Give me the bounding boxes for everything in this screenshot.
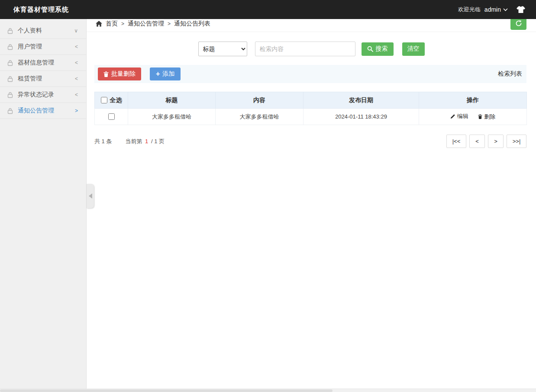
notice-table-wrap: 全选 标题 内容 发布日期 操作 大家多多租借哈 大家多多租借哈 (94, 92, 526, 125)
lock-icon (7, 44, 13, 50)
sidebar-item-label: 异常状态记录 (18, 91, 54, 99)
refresh-icon (515, 20, 522, 27)
col-actions: 操作 (419, 92, 527, 109)
row-actions: 编辑 删除 (419, 109, 527, 125)
chevron-left-icon: < (75, 44, 78, 50)
main-area: 我的桌面 修改个人资料 × 修改密码 × 用户管理 × 器材信息管理 × 租赁管… (87, 0, 536, 148)
app-title: 体育器材管理系统 (13, 6, 69, 14)
col-content: 内容 (216, 92, 304, 109)
sidebar-item-abnormal[interactable]: 异常状态记录 < (0, 87, 86, 103)
user-dropdown[interactable]: admin (484, 6, 508, 13)
batch-delete-label: 批量删除 (111, 70, 136, 78)
chevron-down-icon: ∨ (74, 28, 78, 34)
lock-icon (7, 108, 13, 114)
lock-icon (7, 92, 13, 98)
home-icon (96, 21, 102, 27)
plus-icon: + (156, 71, 160, 77)
chevron-left-icon: < (75, 60, 78, 66)
current-page-text: 当前第 1 / 1 页 (125, 138, 165, 145)
row-checkbox[interactable] (108, 113, 115, 120)
breadcrumb-home[interactable]: 首页 (106, 20, 118, 28)
search-button-label: 搜索 (376, 45, 388, 53)
sidebar-item-profile[interactable]: 个人资料 ∨ (0, 23, 86, 39)
chevron-left-icon: < (75, 92, 78, 98)
sidebar-item-label: 用户管理 (18, 43, 42, 51)
trash-icon (103, 71, 109, 77)
topbar-right: 欢迎光临 admin (458, 6, 526, 13)
batch-delete-button[interactable]: 批量删除 (98, 67, 141, 80)
sidebar-item-label: 通知公告管理 (18, 107, 54, 115)
topbar: 体育器材管理系统 欢迎光临 admin (0, 0, 536, 19)
row-select-cell (95, 109, 128, 125)
breadcrumb-separator: > (168, 21, 171, 27)
select-all-header: 全选 (95, 92, 128, 109)
breadcrumb-separator: > (121, 21, 124, 27)
chevron-right-icon: > (75, 108, 78, 114)
col-title: 标题 (128, 92, 216, 109)
first-page-button[interactable]: |<< (446, 135, 466, 148)
search-icon (367, 46, 373, 52)
row-date: 2024-01-11 18:43:29 (304, 109, 419, 125)
pencil-icon (450, 114, 455, 119)
lock-icon (7, 28, 13, 34)
table-row: 大家多多租借哈 大家多多租借哈 2024-01-11 18:43:29 编辑 (95, 109, 527, 125)
username: admin (484, 6, 501, 13)
select-all-checkbox[interactable] (101, 97, 107, 103)
row-content: 大家多多租借哈 (216, 109, 304, 125)
app-window: 体育器材管理系统 欢迎光临 admin 个人资料 ∨ 用户管理 (0, 0, 536, 392)
pager-buttons: |<< < > >>| (443, 135, 526, 148)
add-button[interactable]: + 添加 (150, 67, 181, 80)
add-button-label: 添加 (162, 70, 174, 78)
lock-icon (7, 76, 13, 82)
search-bar: 标题 搜索 清空 (87, 42, 536, 56)
current-page-number: 1 (145, 138, 148, 145)
lock-icon (7, 60, 13, 66)
chevron-down-icon (503, 8, 508, 11)
last-page-button[interactable]: >>| (507, 135, 526, 148)
delete-link[interactable]: 删除 (478, 113, 495, 121)
sidebar-item-equipment[interactable]: 器材信息管理 < (0, 55, 86, 71)
delete-label: 删除 (484, 113, 495, 121)
sidebar-item-label: 个人资料 (18, 27, 42, 35)
breadcrumb-notice-mgmt[interactable]: 通知公告管理 (128, 20, 164, 28)
list-title: 检索列表 (498, 70, 523, 78)
notice-table: 全选 标题 内容 发布日期 操作 大家多多租借哈 大家多多租借哈 (94, 92, 527, 125)
theme-shirt-icon[interactable] (516, 6, 526, 13)
current-page-prefix: 当前第 (125, 138, 142, 145)
search-input[interactable] (255, 42, 355, 56)
breadcrumb-notice-list: 通知公告列表 (174, 20, 210, 28)
chevron-left-icon: < (75, 76, 78, 82)
select-all-label: 全选 (110, 96, 122, 103)
edit-link[interactable]: 编辑 (450, 112, 468, 120)
trash-icon (478, 114, 482, 119)
clear-button-label: 清空 (407, 45, 420, 53)
edit-label: 编辑 (457, 112, 468, 120)
row-title: 大家多多租借哈 (128, 109, 216, 125)
prev-page-button[interactable]: < (469, 135, 485, 148)
table-header-row: 全选 标题 内容 发布日期 操作 (95, 92, 527, 109)
triangle-left-icon (89, 193, 92, 199)
clear-button[interactable]: 清空 (402, 42, 425, 56)
welcome-text: 欢迎光临 (458, 6, 481, 13)
horizontal-scrollbar-thumb[interactable] (0, 389, 333, 392)
next-page-button[interactable]: > (488, 135, 504, 148)
sidebar-item-label: 器材信息管理 (18, 59, 54, 67)
toolbar: 批量删除 + 添加 检索列表 (94, 65, 526, 83)
search-field-select[interactable]: 标题 (198, 42, 247, 56)
sidebar-item-users[interactable]: 用户管理 < (0, 39, 86, 55)
col-date: 发布日期 (304, 92, 419, 109)
pagination: 共 1 条 当前第 1 / 1 页 |<< < > >>| (94, 135, 526, 148)
total-count: 共 1 条 (94, 138, 112, 145)
search-button[interactable]: 搜索 (362, 42, 394, 56)
sidebar-item-label: 租赁管理 (18, 75, 42, 83)
horizontal-scrollbar (0, 389, 536, 392)
sidebar: 个人资料 ∨ 用户管理 < 器材信息管理 < 租赁管理 < 异常状态记录 < 通… (0, 19, 87, 389)
sidebar-collapse-handle[interactable] (87, 184, 94, 208)
sidebar-item-notice[interactable]: 通知公告管理 > (0, 103, 86, 119)
sidebar-item-rental[interactable]: 租赁管理 < (0, 71, 86, 87)
current-page-suffix: / 1 页 (151, 138, 165, 145)
